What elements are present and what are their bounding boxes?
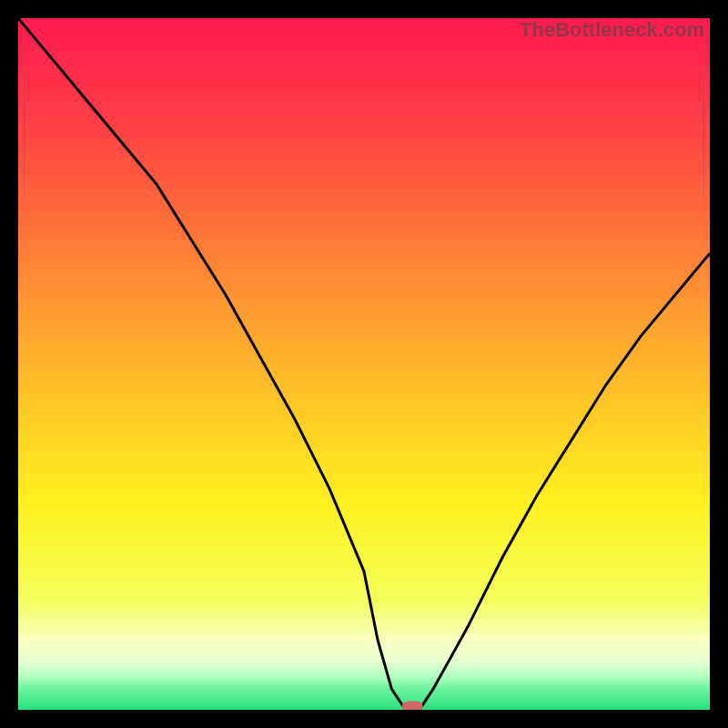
chart-frame: TheBottleneck.com bbox=[0, 0, 728, 728]
chart-marker bbox=[402, 702, 423, 711]
watermark-text: TheBottleneck.com bbox=[520, 18, 704, 42]
chart-background bbox=[18, 18, 710, 710]
chart-plot bbox=[18, 18, 710, 710]
